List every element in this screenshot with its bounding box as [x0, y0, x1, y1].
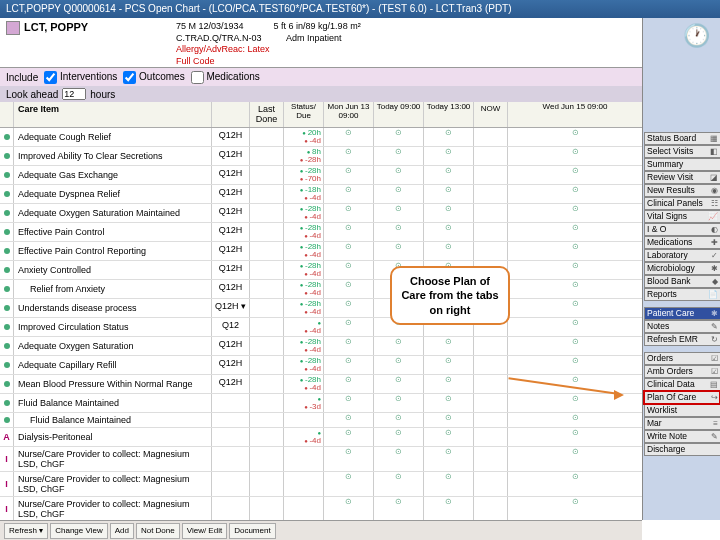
tab-orders[interactable]: Orders☑ [644, 352, 720, 365]
table-row[interactable]: Understands disease processQ12H ▾-28h-4d… [0, 299, 642, 318]
tab-refresh-emr[interactable]: Refresh EMR↻ [644, 333, 720, 346]
tab-vital-signs[interactable]: Vital Signs📈 [644, 210, 720, 223]
table-row[interactable]: Anxiety ControlledQ12H-28h-4d⊙⊙⊙⊙ [0, 261, 642, 280]
table-row[interactable]: INurse/Care Provider to collect: Magnesi… [0, 497, 642, 520]
title-text: LCT,POPPY Q00000614 - PCS Open Chart - (… [6, 0, 512, 18]
hdr-status: Status/ Due [284, 102, 324, 127]
table-row[interactable]: Adequate Gas ExchangeQ12H-28h-70h⊙⊙⊙⊙ [0, 166, 642, 185]
table-row[interactable]: Fluid Balance Maintained⊙⊙⊙⊙ [0, 413, 642, 428]
table-row[interactable]: Adequate Cough ReliefQ12H20h-4d⊙⊙⊙⊙ [0, 128, 642, 147]
hdr-care-item: Care Item [14, 102, 212, 127]
btn-add[interactable]: Add [110, 523, 134, 539]
btn-change-view[interactable]: Change View [50, 523, 107, 539]
include-label: Include [6, 72, 38, 83]
patient-demo: 75 M 12/03/1934 [176, 21, 244, 31]
lookahead-bar: Look ahead hours [0, 86, 642, 102]
tab-status-board[interactable]: Status Board▦ [644, 132, 720, 145]
table-row[interactable]: INurse/Care Provider to collect: Magnesi… [0, 472, 642, 497]
tab-amb-orders[interactable]: Amb Orders☑ [644, 365, 720, 378]
patient-code: Full Code [176, 56, 634, 68]
hdr-last-done[interactable]: Last Done [250, 102, 284, 127]
btn-not-done[interactable]: Not Done [136, 523, 180, 539]
grid-header: Care Item Last Done Status/ Due Mon Jun … [0, 102, 642, 128]
tab-plan-of-care[interactable]: Plan Of Care↪ [644, 391, 720, 404]
tab-medications[interactable]: Medications✚ [644, 236, 720, 249]
tab-mar[interactable]: Mar≡ [644, 417, 720, 430]
tab-new-results[interactable]: New Results◉ [644, 184, 720, 197]
patient-name: LCT, POPPY [24, 21, 88, 33]
tab-select-visits[interactable]: Select Visits◧ [644, 145, 720, 158]
hdr-mon[interactable]: Mon Jun 13 09:00 [324, 102, 374, 127]
tab-blood-bank[interactable]: Blood Bank◆ [644, 275, 720, 288]
patient-vitals: 5 ft 6 in/89 kg/1.98 m² [274, 21, 361, 31]
table-row[interactable]: Adequate Oxygen Saturation MaintainedQ12… [0, 204, 642, 223]
hdr-today1[interactable]: Today 09:00 [374, 102, 424, 127]
callout-box: Choose Plan of Care from the tabs on rig… [390, 266, 510, 325]
main-area: Include Interventions Outcomes Medicatio… [0, 68, 642, 520]
title-bar: LCT,POPPY Q00000614 - PCS Open Chart - (… [0, 0, 720, 18]
look-label: Look ahead [6, 89, 58, 100]
gender-icon [6, 21, 20, 35]
patient-adm: Adm Inpatient [286, 33, 342, 43]
right-tabs: Status Board▦Select Visits◧SummaryReview… [644, 132, 720, 456]
tab-write-note[interactable]: Write Note✎ [644, 430, 720, 443]
table-row[interactable]: ADialysis-Peritoneal-4d⊙⊙⊙⊙ [0, 428, 642, 447]
table-row[interactable]: Adequate Oxygen SaturationQ12H-28h-4d⊙⊙⊙… [0, 337, 642, 356]
tab-clinical-panels[interactable]: Clinical Panels☷ [644, 197, 720, 210]
tab-patient-care[interactable]: Patient Care✱ [644, 307, 720, 320]
table-row[interactable]: Effective Pain Control ReportingQ12H-28h… [0, 242, 642, 261]
table-row[interactable]: Adequate Capillary RefillQ12H-28h-4d⊙⊙⊙⊙ [0, 356, 642, 375]
tab-discharge[interactable]: Discharge [644, 443, 720, 456]
chk-outcomes[interactable]: Outcomes [123, 71, 184, 84]
tab-review-visit[interactable]: Review Visit◪ [644, 171, 720, 184]
callout-text: Choose Plan of Care from the tabs on rig… [401, 275, 498, 316]
look-unit: hours [90, 89, 115, 100]
chk-medications[interactable]: Medications [191, 71, 260, 84]
tab-worklist[interactable]: Worklist [644, 404, 720, 417]
patient-loc: C.TRAD.Q/TRA.N-03 [176, 33, 262, 43]
table-row[interactable]: Relief from AnxietyQ12H-28h-4d⊙⊙⊙⊙ [0, 280, 642, 299]
tab-reports[interactable]: Reports📄 [644, 288, 720, 301]
tab-laboratory[interactable]: Laboratory✓ [644, 249, 720, 262]
tab-clinical-data[interactable]: Clinical Data▤ [644, 378, 720, 391]
table-row[interactable]: Improved Circulation StatusQ12-4d⊙⊙⊙⊙ [0, 318, 642, 337]
tab-summary[interactable]: Summary [644, 158, 720, 171]
hdr-now[interactable]: NOW [474, 102, 508, 127]
chk-interventions[interactable]: Interventions [44, 71, 117, 84]
look-input[interactable] [62, 88, 86, 100]
table-row[interactable]: INurse/Care Provider to collect: Magnesi… [0, 447, 642, 472]
hdr-wed[interactable]: Wed Jun 15 09:00 [508, 102, 642, 127]
filter-bar: Include Interventions Outcomes Medicatio… [0, 68, 642, 86]
patient-allergy: Allergy/AdvReac: Latex [176, 44, 634, 56]
patient-header: LCT, POPPY 75 M 12/03/1934 5 ft 6 in/89 … [0, 18, 720, 68]
tab-i-&-o[interactable]: I & O◐ [644, 223, 720, 236]
btn-view-edit[interactable]: View/ Edit [182, 523, 227, 539]
btn-refresh-[interactable]: Refresh ▾ [4, 523, 48, 539]
table-row[interactable]: Improved Ability To Clear SecretionsQ12H… [0, 147, 642, 166]
table-row[interactable]: Adequate Dyspnea ReliefQ12H-18h-4d⊙⊙⊙⊙ [0, 185, 642, 204]
table-row[interactable]: Effective Pain ControlQ12H-28h-4d⊙⊙⊙⊙ [0, 223, 642, 242]
tab-notes[interactable]: Notes✎ [644, 320, 720, 333]
tab-microbiology[interactable]: Microbiology✱ [644, 262, 720, 275]
bottom-toolbar: Refresh ▾Change ViewAddNot DoneView/ Edi… [0, 520, 642, 540]
callout-arrow-head [614, 390, 624, 400]
table-row[interactable]: Fluid Balance Maintained-3d⊙⊙⊙⊙ [0, 394, 642, 413]
care-grid: Care Item Last Done Status/ Due Mon Jun … [0, 102, 642, 520]
btn-document[interactable]: Document [229, 523, 275, 539]
clock-icon: 🕐 [678, 18, 714, 54]
hdr-today2[interactable]: Today 13:00 [424, 102, 474, 127]
